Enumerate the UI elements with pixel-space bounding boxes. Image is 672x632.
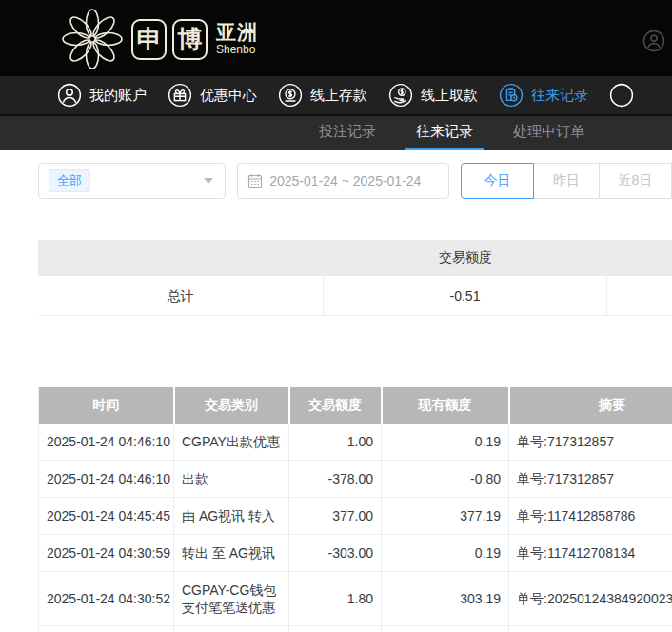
nav-item-partial[interactable] — [609, 83, 634, 108]
cell-type: CGPAY-CG钱包支付笔笔送优惠 — [174, 572, 289, 626]
tab-transaction-records[interactable]: 往来记录 — [405, 116, 484, 150]
nav-item-records[interactable]: 往来记录 — [499, 83, 588, 108]
withdraw-icon — [388, 83, 413, 108]
table-row: 2025-01-24 04:30:59 转出 至 AG视讯 -303.00 0.… — [39, 535, 672, 572]
nav-item-withdraw[interactable]: 线上取款 — [388, 83, 478, 108]
flower-logo-icon — [59, 6, 126, 72]
yesterday-button[interactable]: 昨日 — [533, 163, 600, 199]
user-icon — [57, 83, 82, 108]
cell-time: 2025-01-24 04:30:59 — [39, 535, 174, 572]
cell-balance: 0.19 — [382, 535, 509, 572]
sub-nav: 投注记录 往来记录 处理中订单 — [0, 114, 672, 150]
cell-time: 2025-01-24 04:46:10 — [39, 461, 174, 498]
table-row: 2025-01-24 04:45:45 由 AG视讯 转入 377.00 377… — [39, 498, 672, 535]
cell-time: 2025-01-24 04:46:10 — [39, 424, 174, 461]
today-button[interactable]: 今日 — [461, 163, 534, 199]
cell-note: 单号:717312857 — [509, 461, 672, 498]
logo-region: 亚洲 — [216, 22, 258, 43]
cell-type: CGPAY出款优惠 — [174, 424, 289, 461]
gift-icon — [168, 83, 192, 108]
table-header-row: 时间 交易类别 交易额度 现有额度 摘要 — [39, 387, 672, 424]
records-icon — [499, 83, 524, 108]
nav-item-deposit[interactable]: 线上存款 — [278, 83, 367, 108]
cell-time: 2025-01-24 04:30:52 — [39, 626, 174, 632]
col-header-amount: 交易额度 — [289, 387, 382, 424]
table-row: 2025-01-24 04:46:10 出款 -378.00 -0.80 单号:… — [39, 461, 672, 498]
cell-amount: 1.00 — [289, 424, 382, 461]
cell-note: 单号:117412858786 — [509, 498, 672, 535]
cell-balance: 377.19 — [382, 498, 509, 535]
cell-balance: 0.19 — [382, 424, 509, 461]
cell-balance: 303.19 — [382, 572, 509, 626]
logo-subtitle: Shenbo — [216, 43, 258, 56]
summary-total-value: -0.51 — [324, 276, 607, 315]
site-logo[interactable]: 申 博 亚洲 Shenbo — [59, 6, 258, 72]
cell-note: 单号:202501243849200238 — [509, 626, 672, 632]
site-header: 申 博 亚洲 Shenbo — [0, 0, 672, 76]
cell-amount: -378.00 — [289, 461, 382, 498]
cell-note: 单号:202501243849200238 — [509, 572, 672, 626]
nav-item-my-account[interactable]: 我的账户 — [57, 83, 147, 108]
calendar-icon — [247, 173, 263, 188]
col-header-time: 时间 — [39, 387, 174, 424]
cell-time: 2025-01-24 04:45:45 — [39, 498, 174, 535]
table-row: 2025-01-24 04:30:52 CGPAY支付 300.00 301.3… — [39, 626, 672, 632]
table-row: 2025-01-24 04:30:52 CGPAY-CG钱包支付笔笔送优惠 1.… — [39, 572, 672, 626]
cell-note: 单号:117412708134 — [509, 535, 672, 572]
cell-balance: 301.39 — [382, 626, 509, 632]
logo-char-bo: 博 — [172, 19, 208, 60]
cell-amount: 300.00 — [289, 626, 382, 632]
logo-char-shen: 申 — [131, 19, 167, 60]
page: 申 博 亚洲 Shenbo 我的账户 — [0, 0, 672, 632]
summary-header-row: 交易额度 — [38, 240, 672, 276]
col-header-type: 交易类别 — [174, 387, 289, 424]
summary-total-row: 总计 -0.51 — [38, 276, 672, 316]
tab-bet-records[interactable]: 投注记录 — [307, 116, 387, 150]
chevron-down-icon — [204, 178, 213, 184]
cell-type: 由 AG视讯 转入 — [174, 498, 289, 535]
tab-pending-orders[interactable]: 处理中订单 — [502, 116, 596, 150]
date-range-value: 2025-01-24 ~ 2025-01-24 — [269, 173, 421, 188]
type-select[interactable]: 全部 — [38, 163, 226, 199]
cell-type: 出款 — [174, 461, 289, 498]
nav-label: 线上取款 — [421, 87, 478, 105]
nav-label: 往来记录 — [531, 87, 588, 105]
cell-amount: -303.00 — [289, 535, 382, 572]
nav-label: 线上存款 — [310, 87, 367, 105]
cell-amount: 377.00 — [289, 498, 382, 535]
selected-type-tag: 全部 — [49, 169, 90, 192]
partial-nav-icon — [609, 83, 634, 108]
filter-bar: 全部 2025-01-24 ~ 2025-01-24 今日 昨日 近8日 — [38, 163, 672, 199]
cell-time: 2025-01-24 04:30:52 — [39, 572, 174, 626]
summary-total-label: 总计 — [38, 276, 324, 315]
last-8-days-button[interactable]: 近8日 — [599, 163, 672, 199]
col-header-balance: 现有额度 — [382, 387, 509, 424]
transactions-section: 时间 交易类别 交易额度 现有额度 摘要 2025-01-24 04:46:10… — [38, 387, 672, 632]
summary-amount-header: 交易额度 — [324, 249, 607, 267]
date-range-input[interactable]: 2025-01-24 ~ 2025-01-24 — [237, 163, 449, 199]
cell-amount: 1.80 — [289, 572, 382, 626]
cell-type: 转出 至 AG视讯 — [174, 535, 289, 572]
quick-date-button-group: 今日 昨日 近8日 — [461, 163, 672, 199]
nav-item-promotions[interactable]: 优惠中心 — [168, 83, 257, 108]
main-nav: 我的账户 优惠中心 线上存款 线上取款 — [0, 76, 672, 114]
table-row: 2025-01-24 04:46:10 CGPAY出款优惠 1.00 0.19 … — [39, 424, 672, 461]
col-header-note: 摘要 — [509, 387, 672, 424]
transactions-table: 时间 交易类别 交易额度 现有额度 摘要 2025-01-24 04:46:10… — [38, 387, 672, 632]
summary-table: 交易额度 总计 -0.51 — [38, 240, 672, 316]
cell-type: CGPAY支付 — [174, 626, 289, 632]
deposit-icon — [278, 83, 303, 108]
cell-note: 单号:717312857 — [509, 424, 672, 461]
nav-label: 我的账户 — [89, 87, 147, 105]
avatar-icon[interactable] — [642, 30, 665, 52]
nav-label: 优惠中心 — [200, 87, 257, 105]
cell-balance: -0.80 — [382, 461, 509, 498]
